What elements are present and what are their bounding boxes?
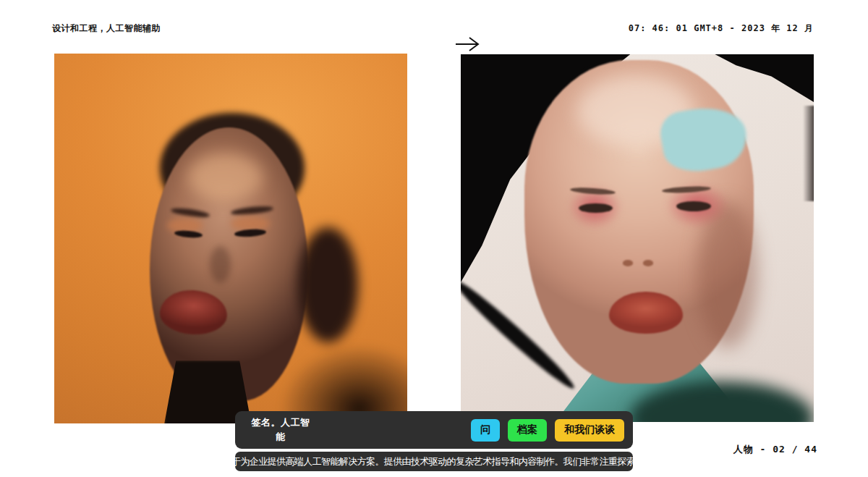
signature-label: 签名。人工智能: [247, 415, 314, 444]
next-arrow-icon[interactable]: [455, 35, 480, 53]
portrait-image-right[interactable]: [461, 54, 814, 422]
nostril-left: [623, 260, 634, 266]
ticker-text: 于为企业提供高端人工智能解决方案。提供由技术驱动的复杂艺术指导和内容制作。我们非…: [235, 455, 633, 468]
eye-left: [579, 203, 612, 213]
forehead-highlight: [188, 153, 262, 201]
talk-to-us-button[interactable]: 和我们谈谈: [555, 419, 624, 442]
hair-strand-edge: [803, 106, 814, 201]
ask-button[interactable]: 问: [471, 419, 500, 442]
archive-button[interactable]: 档案: [508, 419, 547, 442]
landing-page: 设计和工程，人工智能辅助 07: 46: 01 GMT+8 - 2023 年 1…: [0, 0, 868, 477]
corner-shadow: [224, 297, 407, 423]
site-tagline: 设计和工程，人工智能辅助: [52, 22, 161, 35]
ticker-bar: 于为企业提供高端人工智能解决方案。提供由技术驱动的复杂艺术指导和内容制作。我们非…: [235, 452, 633, 471]
portrait-image-left[interactable]: [54, 54, 407, 423]
signature-bar: 签名。人工智能 问 档案 和我们谈谈: [235, 411, 633, 449]
page-counter: 人物 - 02 / 44: [733, 443, 817, 456]
action-buttons: 问 档案 和我们谈谈: [471, 419, 624, 442]
nose-shadow: [210, 246, 231, 283]
nostril-right: [643, 260, 654, 266]
clock-timestamp: 07: 46: 01 GMT+8 - 2023 年 12 月: [629, 22, 814, 35]
